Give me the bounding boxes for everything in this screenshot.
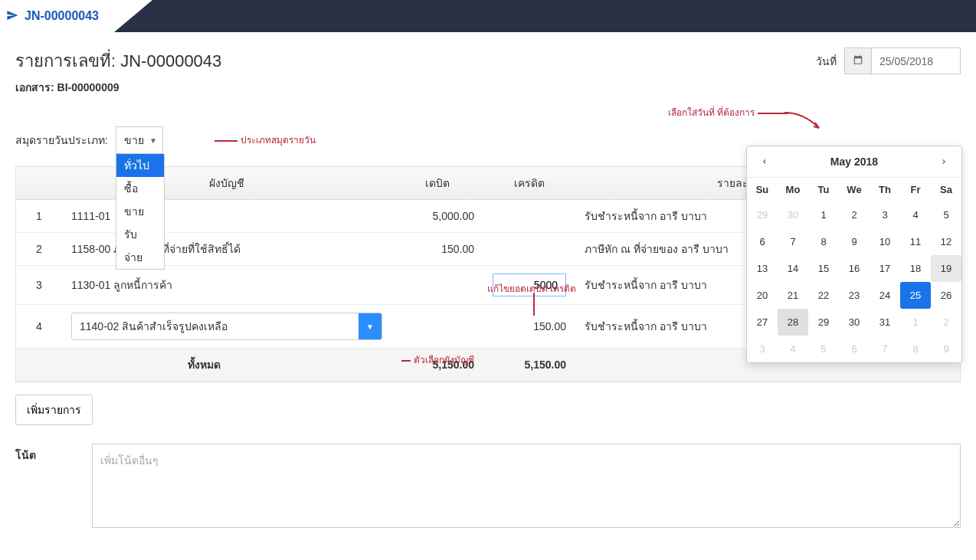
calendar-day[interactable]: 6 bbox=[839, 336, 870, 362]
calendar-day-header: Mo bbox=[778, 178, 808, 201]
debit-cell[interactable] bbox=[391, 266, 483, 305]
calendar-day[interactable]: 29 bbox=[808, 309, 839, 336]
calendar-day-header: Fr bbox=[900, 178, 931, 201]
calendar-day[interactable]: 6 bbox=[747, 228, 778, 255]
calendar-day[interactable]: 2 bbox=[839, 201, 870, 228]
calendar-day[interactable]: 15 bbox=[808, 255, 839, 282]
journal-type-option[interactable]: ทั่วไป bbox=[116, 154, 164, 177]
calendar-day[interactable]: 7 bbox=[778, 228, 808, 255]
calendar-day[interactable]: 18 bbox=[900, 255, 931, 282]
journal-type-select[interactable]: ขาย bbox=[116, 126, 163, 154]
account-help-annotation: ตัวเลือกผังบัญชี bbox=[401, 352, 474, 367]
calendar-day[interactable]: 30 bbox=[778, 201, 808, 228]
calendar-icon[interactable] bbox=[845, 48, 872, 74]
account-select-dropdown-button[interactable]: ▼ bbox=[359, 313, 382, 339]
notes-label: โน้ต bbox=[15, 444, 77, 528]
calendar-day[interactable]: 10 bbox=[870, 228, 900, 255]
calendar-day[interactable]: 14 bbox=[778, 255, 808, 282]
header-tab: JN-00000043 bbox=[0, 0, 152, 32]
notes-textarea[interactable] bbox=[92, 444, 961, 528]
date-picker-calendar: May 2018 SuMoTuWeThFrSa29301234567891011… bbox=[746, 146, 962, 363]
calendar-prev-button[interactable] bbox=[756, 154, 773, 169]
calendar-day[interactable]: 13 bbox=[747, 255, 778, 282]
journal-type-option[interactable]: ซื้อ bbox=[116, 177, 164, 200]
calendar-day[interactable]: 7 bbox=[870, 336, 900, 362]
calendar-day[interactable]: 27 bbox=[747, 309, 778, 336]
row-number: 2 bbox=[16, 233, 62, 266]
app-header: JN-00000043 bbox=[0, 0, 976, 32]
calendar-day[interactable]: 12 bbox=[931, 228, 961, 255]
journal-type-help-annotation: ประเภทสมุดรายวัน bbox=[215, 133, 316, 147]
account-cell[interactable]: 1130-01 ลูกหนี้การค้า bbox=[62, 266, 391, 305]
col-account: ผังบัญชี bbox=[62, 167, 391, 200]
document-number: เอกสาร: BI-00000009 bbox=[15, 79, 221, 96]
debit-cell[interactable]: 150.00 bbox=[391, 233, 483, 266]
credit-cell[interactable] bbox=[483, 233, 575, 266]
credit-help-annotation: แก้ไขยอดเดบิต เครดิต bbox=[487, 281, 576, 296]
calendar-day[interactable]: 31 bbox=[870, 309, 900, 336]
journal-type-option[interactable]: ขาย bbox=[116, 200, 164, 223]
account-cell[interactable]: 1111-01 bbox=[62, 200, 391, 233]
total-credit: 5,150.00 bbox=[483, 349, 575, 382]
journal-type-label: สมุดรายวันประเภท: bbox=[15, 132, 108, 149]
calendar-day-header: Th bbox=[870, 178, 900, 201]
journal-type-option[interactable]: รับ bbox=[116, 223, 164, 246]
calendar-day[interactable]: 1 bbox=[808, 201, 839, 228]
calendar-day[interactable]: 25 bbox=[900, 282, 931, 309]
debit-cell[interactable]: 5,000.00 bbox=[391, 200, 483, 233]
calendar-day[interactable]: 5 bbox=[931, 201, 961, 228]
calendar-day[interactable]: 17 bbox=[870, 255, 900, 282]
calendar-day[interactable]: 16 bbox=[839, 255, 870, 282]
journal-type-option[interactable]: จ่าย bbox=[116, 246, 164, 269]
col-num bbox=[16, 167, 62, 200]
calendar-next-button[interactable] bbox=[935, 154, 952, 169]
calendar-day[interactable]: 8 bbox=[808, 228, 839, 255]
calendar-day[interactable]: 4 bbox=[778, 336, 808, 362]
calendar-day[interactable]: 2 bbox=[931, 309, 961, 336]
row-number: 3 bbox=[16, 266, 62, 305]
add-row-button[interactable]: เพิ่มรายการ bbox=[15, 395, 93, 425]
calendar-day[interactable]: 29 bbox=[747, 201, 778, 228]
calendar-day-header: We bbox=[839, 178, 870, 201]
credit-cell[interactable]: 150.00 bbox=[483, 305, 575, 349]
calendar-day[interactable]: 4 bbox=[900, 201, 931, 228]
col-debit: เดบิต bbox=[391, 167, 483, 200]
calendar-day[interactable]: 30 bbox=[839, 309, 870, 336]
calendar-day[interactable]: 24 bbox=[870, 282, 900, 309]
calendar-day[interactable]: 19 bbox=[931, 255, 961, 282]
calendar-day[interactable]: 8 bbox=[900, 336, 931, 362]
page-title: รายการเลขที่: JN-00000043 bbox=[15, 47, 221, 74]
row-number: 4 bbox=[16, 305, 62, 349]
debit-cell[interactable] bbox=[391, 305, 483, 349]
calendar-day[interactable]: 11 bbox=[900, 228, 931, 255]
calendar-day[interactable]: 9 bbox=[839, 228, 870, 255]
annotation-line-icon bbox=[533, 293, 535, 316]
account-cell[interactable]: 1140-02 สินค้าสำเร็จรูปคงเหลือ▼ bbox=[62, 305, 391, 349]
calendar-day[interactable]: 9 bbox=[931, 336, 961, 362]
calendar-day[interactable]: 3 bbox=[870, 201, 900, 228]
date-input[interactable] bbox=[872, 49, 960, 74]
calendar-day-header: Tu bbox=[808, 178, 839, 201]
calendar-day[interactable]: 28 bbox=[778, 309, 808, 336]
account-cell[interactable]: 1158-00 ภาษีหัก ณ ที่จ่ายที่ใช้สิทธิ์ได้ bbox=[62, 233, 391, 266]
account-select[interactable]: 1140-02 สินค้าสำเร็จรูปคงเหลือ▼ bbox=[71, 313, 382, 340]
calendar-day[interactable]: 23 bbox=[839, 282, 870, 309]
title-block: รายการเลขที่: JN-00000043 เอกสาร: BI-000… bbox=[15, 47, 221, 96]
credit-cell[interactable] bbox=[483, 200, 575, 233]
row-number: 1 bbox=[16, 200, 62, 233]
paper-plane-icon bbox=[6, 9, 18, 24]
calendar-day[interactable]: 3 bbox=[747, 336, 778, 362]
journal-number-label: JN-00000043 bbox=[25, 9, 99, 23]
calendar-day[interactable]: 1 bbox=[900, 309, 931, 336]
total-label: ทั้งหมด bbox=[16, 349, 391, 382]
calendar-day[interactable]: 21 bbox=[778, 282, 808, 309]
journal-type-dropdown: ทั่วไปซื้อขายรับจ่าย bbox=[116, 154, 165, 270]
calendar-day[interactable]: 22 bbox=[808, 282, 839, 309]
calendar-day[interactable]: 5 bbox=[808, 336, 839, 362]
account-select-text: 1140-02 สินค้าสำเร็จรูปคงเหลือ bbox=[72, 313, 359, 339]
calendar-day[interactable]: 20 bbox=[747, 282, 778, 309]
calendar-month-label[interactable]: May 2018 bbox=[830, 156, 878, 168]
date-input-wrapper[interactable] bbox=[844, 47, 961, 74]
date-help-annotation: เลือกใส่วันที่ ที่ต้องการ bbox=[668, 105, 788, 120]
calendar-day[interactable]: 26 bbox=[931, 282, 961, 309]
